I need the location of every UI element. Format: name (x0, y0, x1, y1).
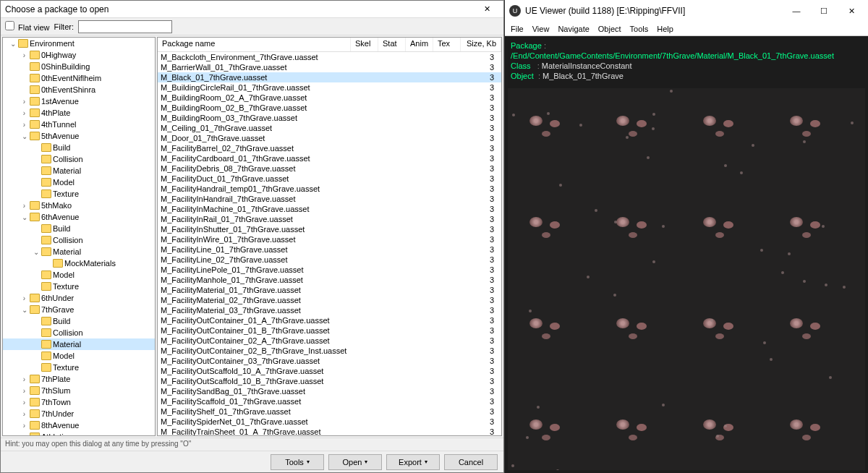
dialog-titlebar[interactable]: Choose a package to open ✕ (1, 1, 503, 18)
table-row[interactable]: M_FacilityScaffold_01_7thGrave.uasset3 (158, 396, 501, 406)
table-row[interactable]: M_FacilityMaterial_02_7thGrave.uasset3 (158, 295, 501, 305)
tree-node[interactable]: Collision (3, 153, 155, 165)
tree-node[interactable]: Texture (3, 362, 155, 373)
tree-node[interactable]: ›1stAvenue (3, 95, 155, 107)
minimize-icon[interactable]: — (783, 2, 810, 20)
col-stat[interactable]: Stat (378, 38, 406, 51)
tree-node[interactable]: ›4thTunnel (3, 119, 155, 130)
export-button[interactable]: Export▾ (386, 454, 440, 470)
col-skel[interactable]: Skel (351, 38, 378, 51)
table-row[interactable]: M_FacilityOutContainer_01_B_7thGrave.uas… (158, 325, 501, 336)
tree-node[interactable]: ⌄Material (3, 246, 155, 257)
table-row[interactable]: M_FacilityOutContainer_02_A_7thGrave.uas… (158, 336, 501, 346)
table-row[interactable]: M_FacilityInRail_01_7thGrave.uasset3 (158, 214, 501, 224)
tree-node[interactable]: Collision (3, 327, 155, 338)
col-size[interactable]: Size, Kb (461, 38, 501, 51)
tree-node[interactable]: Athletic (3, 431, 155, 436)
col-anim[interactable]: Anim (406, 38, 433, 51)
tree-node[interactable]: Model (3, 269, 155, 281)
tree-node[interactable]: Model (3, 176, 155, 188)
menu-tools[interactable]: Tools (630, 25, 649, 33)
col-tex[interactable]: Tex (433, 38, 461, 51)
tree-node[interactable]: Material (3, 338, 155, 350)
table-row[interactable]: M_FacilityBarrel_02_7thGrave.uasset3 (158, 143, 501, 153)
table-row[interactable]: M_Ceiling_01_7thGrave.uasset3 (158, 123, 501, 133)
tree-node[interactable]: Build (3, 142, 155, 153)
table-row[interactable]: M_Backcloth_Environment_7thGrave.uasset3 (158, 52, 501, 62)
table-row[interactable]: M_FacilityInHandrail_7thGrave.uasset3 (158, 194, 501, 204)
table-row[interactable]: M_FacilitySandBag_01_7thGrave.uasset3 (158, 386, 501, 396)
flat-view-checkbox[interactable]: Flat view (5, 21, 49, 32)
tree-node[interactable]: Texture (3, 281, 155, 292)
table-row[interactable]: M_FacilityHandrail_temp01_7thGrave.uasse… (158, 184, 501, 194)
table-row[interactable]: M_Black_01_7thGrave.uasset3 (158, 72, 501, 82)
tools-button[interactable]: Tools▾ (271, 454, 324, 470)
cancel-button[interactable]: Cancel (444, 454, 498, 470)
table-row[interactable]: M_FacilityLinePole_01_7thGrave.uasset3 (158, 265, 501, 275)
tree-node[interactable]: ›4thPlate (3, 107, 155, 119)
table-row[interactable]: M_FacilityInShutter_01_7thGrave.uasset3 (158, 224, 501, 234)
folder-tree[interactable]: ⌄Environment›0Highway0ShinBuilding0thEve… (2, 37, 156, 436)
open-button[interactable]: Open▾ (328, 454, 382, 470)
table-row[interactable]: M_FacilityMaterial_01_7thGrave.uasset3 (158, 285, 501, 295)
table-row[interactable]: M_BuildingCircleRail_01_7thGrave.uasset3 (158, 82, 501, 93)
tree-node[interactable]: Material (3, 165, 155, 176)
menu-navigate[interactable]: Navigate (558, 25, 589, 33)
table-row[interactable]: M_FacilityOutContainer_02_B_7thGrave_Ins… (158, 346, 501, 356)
table-row[interactable]: M_FacilityLine_01_7thGrave.uasset3 (158, 244, 501, 255)
table-row[interactable]: M_BarrierWall_01_7thGrave.uasset3 (158, 62, 501, 72)
tree-node[interactable]: Model (3, 350, 155, 362)
table-row[interactable]: M_FacilityManhole_01_7thGrave.uasset3 (158, 275, 501, 285)
tree-node[interactable]: ›7thPlate (3, 373, 155, 385)
viewer-titlebar[interactable]: U UE Viewer (build 1188) [E:\Ripping\FFV… (505, 0, 868, 22)
table-row[interactable]: M_FacilitySpiderNet_01_7thGrave.uasset3 (158, 417, 501, 427)
menu-file[interactable]: File (511, 25, 524, 33)
tree-node[interactable]: Texture (3, 188, 155, 200)
viewer-menubar[interactable]: FileViewNavigateObjectToolsHelp (505, 22, 868, 36)
tree-node[interactable]: Build (3, 315, 155, 327)
maximize-icon[interactable]: ☐ (810, 2, 838, 20)
tree-node[interactable]: Build (3, 223, 155, 234)
menu-help[interactable]: Help (657, 25, 673, 33)
table-row[interactable]: M_FacilityOutContainer_03_7thGrave.uasse… (158, 356, 501, 366)
table-row[interactable]: M_FacilityInWire_01_7thGrave.uasset3 (158, 234, 501, 244)
tree-node[interactable]: 0ShinBuilding (3, 61, 155, 72)
tree-node[interactable]: ⌄7thGrave (3, 304, 155, 315)
menu-view[interactable]: View (532, 25, 550, 33)
tree-node[interactable]: ⌄Environment (3, 38, 155, 49)
tree-node[interactable]: ⌄5thAvenue (3, 130, 155, 142)
tree-node[interactable]: ›6thUnder (3, 292, 155, 304)
table-row[interactable]: M_BuildingRoom_02_A_7thGrave.uasset3 (158, 93, 501, 103)
tree-node[interactable]: ⌄6thAvenue (3, 211, 155, 223)
menu-object[interactable]: Object (598, 25, 621, 33)
tree-node[interactable]: Collision (3, 234, 155, 246)
tree-node[interactable]: ›7thTown (3, 396, 155, 408)
close-window-icon[interactable]: ✕ (838, 2, 865, 20)
tree-node[interactable]: MockMaterials (3, 257, 155, 269)
table-row[interactable]: M_FacilityCardboard_01_7thGrave.uasset3 (158, 153, 501, 163)
tree-node[interactable]: 0thEventShinra (3, 84, 155, 95)
table-row[interactable]: M_Door_01_7thGrave.uasset3 (158, 133, 501, 143)
table-row[interactable]: M_FacilityDuct_01_7thGrave.uasset3 (158, 174, 501, 184)
list-header[interactable]: Package name Skel Stat Anim Tex Size, Kb (158, 38, 501, 52)
tree-node[interactable]: ›5thMako (3, 200, 155, 211)
package-list[interactable]: M_Backcloth_Environment_7thGrave.uasset3… (158, 52, 501, 435)
filter-input[interactable] (78, 20, 172, 33)
close-icon[interactable]: ✕ (475, 2, 499, 17)
table-row[interactable]: M_FacilityOutScaffold_10_B_7thGrave.uass… (158, 376, 501, 386)
table-row[interactable]: M_FacilityTrainSheet_01_A_7thGrave.uasse… (158, 427, 501, 435)
table-row[interactable]: M_FacilityShelf_01_7thGrave.uasset3 (158, 406, 501, 417)
col-name[interactable]: Package name (158, 38, 351, 51)
tree-node[interactable]: ›7thSlum (3, 385, 155, 396)
table-row[interactable]: M_FacilityMaterial_03_7thGrave.uasset3 (158, 305, 501, 315)
table-row[interactable]: M_FacilityOutContainer_01_A_7thGrave.uas… (158, 315, 501, 325)
tree-node[interactable]: ›7thUnder (3, 408, 155, 419)
viewer-canvas[interactable] (508, 88, 865, 470)
tree-node[interactable]: 0thEventNiflheim (3, 72, 155, 84)
tree-node[interactable]: ›8thAvenue (3, 419, 155, 431)
table-row[interactable]: M_FacilityOutScaffold_10_A_7thGrave.uass… (158, 366, 501, 376)
table-row[interactable]: M_BuildingRoom_02_B_7thGrave.uasset3 (158, 103, 501, 113)
table-row[interactable]: M_FacilityDebris_08_7thGrave.uasset3 (158, 163, 501, 174)
table-row[interactable]: M_BuildingRoom_03_7thGrave.uasset3 (158, 113, 501, 123)
table-row[interactable]: M_FacilityInMachine_01_7thGrave.uasset3 (158, 204, 501, 214)
